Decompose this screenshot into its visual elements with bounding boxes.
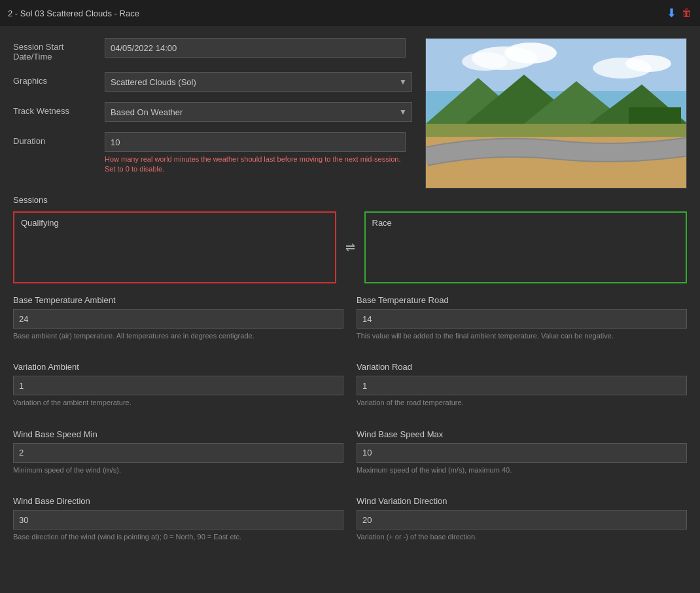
variation-road-label: Variation Road [357, 362, 687, 372]
track-wetness-wrapper: Based On Weather Dry Damp Wet ▼ [105, 102, 412, 122]
svg-rect-13 [426, 124, 687, 137]
wind-speed-min-label: Wind Base Speed Min [13, 429, 343, 439]
variation-ambient-label: Variation Ambient [13, 362, 343, 372]
base-temp-ambient-col: Base Temperature Ambient Base ambient (a… [13, 295, 343, 350]
variation-ambient-input[interactable] [13, 376, 343, 395]
duration-row: Duration How many real world minutes the… [13, 132, 412, 175]
wind-speed-min-group: Wind Base Speed Min Minimum speed of the… [13, 429, 343, 475]
track-image-svg [426, 39, 687, 189]
duration-input[interactable] [105, 132, 406, 152]
base-temp-road-label: Base Temperature Road [357, 295, 687, 305]
variation-road-col: Variation Road Variation of the road tem… [357, 362, 687, 417]
wind-speed-max-group: Wind Base Speed Max Maximum speed of the… [357, 429, 687, 475]
variation-ambient-hint: Variation of the ambient temperature. [13, 398, 343, 408]
wind-speed-max-input[interactable] [357, 443, 687, 463]
wind-direction-hint: Base direction of the wind (wind is poin… [13, 532, 343, 542]
title-bar: 2 - Sol 03 Scattered Clouds - Race ⬇ 🗑 [0, 0, 700, 26]
wind-speed-max-hint: Maximum speed of the wind (m/s), maximum… [357, 465, 687, 475]
graphics-row: Graphics Scattered Clouds (Sol) Clear Sk… [13, 72, 412, 92]
two-col-variation: Variation Ambient Variation of the ambie… [13, 362, 687, 417]
wind-variation-dir-group: Wind Variation Direction Variation (+ or… [357, 496, 687, 542]
graphics-wrapper: Scattered Clouds (Sol) Clear Sky (Sol) O… [105, 72, 412, 92]
sessions-right-list[interactable]: Race [364, 211, 688, 283]
sessions-label: Sessions [13, 195, 687, 205]
wind-variation-dir-col: Wind Variation Direction Variation (+ or… [357, 496, 687, 551]
two-col-temps: Base Temperature Ambient Base ambient (a… [13, 295, 687, 350]
base-temp-road-hint: This value will be added to the final am… [357, 331, 687, 341]
track-wetness-row: Track Wetness Based On Weather Dry Damp … [13, 102, 412, 122]
session-start-input[interactable] [105, 38, 406, 58]
track-wetness-select-wrapper: Based On Weather Dry Damp Wet ▼ [105, 102, 412, 122]
session-start-wrapper [105, 38, 412, 58]
variation-ambient-group: Variation Ambient Variation of the ambie… [13, 362, 343, 408]
title-bar-actions: ⬇ 🗑 [667, 7, 692, 19]
sessions-section: Sessions Qualifying ⇌ Race [13, 195, 687, 283]
wind-speed-min-input[interactable] [13, 443, 343, 463]
graphics-label: Graphics [13, 72, 98, 86]
base-temp-ambient-label: Base Temperature Ambient [13, 295, 343, 305]
duration-hint: How many real world minutes the weather … [105, 154, 412, 175]
wind-direction-label: Wind Base Direction [13, 496, 343, 506]
transfer-button[interactable]: ⇌ [343, 238, 358, 257]
session-item-qualifying[interactable]: Qualifying [17, 215, 332, 230]
track-wetness-select[interactable]: Based On Weather Dry Damp Wet [105, 102, 412, 122]
wind-speed-max-col: Wind Base Speed Max Maximum speed of the… [357, 429, 687, 484]
duration-wrapper: How many real world minutes the weather … [105, 132, 412, 175]
wind-speed-min-hint: Minimum speed of the wind (m/s). [13, 465, 343, 475]
base-temp-road-col: Base Temperature Road This value will be… [357, 295, 687, 350]
base-temp-road-group: Base Temperature Road This value will be… [357, 295, 687, 341]
download-button[interactable]: ⬇ [667, 7, 676, 19]
svg-point-6 [625, 55, 671, 72]
base-temp-ambient-group: Base Temperature Ambient Base ambient (a… [13, 295, 343, 341]
delete-button[interactable]: 🗑 [682, 8, 692, 18]
top-section: Session Start Date/Time Graphics Scatter… [13, 38, 687, 189]
main-content: Session Start Date/Time Graphics Scatter… [0, 26, 700, 564]
svg-point-3 [504, 43, 557, 63]
title-text: 2 - Sol 03 Scattered Clouds - Race [8, 9, 139, 18]
wind-variation-dir-label: Wind Variation Direction [357, 496, 687, 506]
variation-road-hint: Variation of the road temperature. [357, 398, 687, 408]
wind-direction-input[interactable] [13, 510, 343, 530]
base-temp-ambient-hint: Base ambient (air) temperature. All temp… [13, 331, 343, 341]
wind-speed-max-label: Wind Base Speed Max [357, 429, 687, 439]
wind-variation-dir-hint: Variation (+ or -) of the base direction… [357, 532, 687, 542]
graphics-select-wrapper: Scattered Clouds (Sol) Clear Sky (Sol) O… [105, 72, 412, 92]
session-start-label: Session Start Date/Time [13, 38, 98, 62]
track-image [425, 38, 687, 189]
variation-road-input[interactable] [357, 376, 687, 395]
graphics-select[interactable]: Scattered Clouds (Sol) Clear Sky (Sol) O… [105, 72, 412, 92]
variation-ambient-col: Variation Ambient Variation of the ambie… [13, 362, 343, 417]
wind-speed-min-col: Wind Base Speed Min Minimum speed of the… [13, 429, 343, 484]
base-temp-ambient-input[interactable] [13, 309, 343, 329]
wind-direction-group: Wind Base Direction Base direction of th… [13, 496, 343, 542]
form-section: Session Start Date/Time Graphics Scatter… [13, 38, 412, 189]
session-item-race[interactable]: Race [368, 215, 684, 230]
svg-point-4 [462, 52, 508, 71]
sessions-row: Qualifying ⇌ Race [13, 211, 687, 283]
two-col-wind-speed: Wind Base Speed Min Minimum speed of the… [13, 429, 687, 484]
duration-label: Duration [13, 132, 98, 146]
two-col-wind-dir: Wind Base Direction Base direction of th… [13, 496, 687, 551]
wind-variation-dir-input[interactable] [357, 510, 687, 530]
variation-road-group: Variation Road Variation of the road tem… [357, 362, 687, 408]
session-start-row: Session Start Date/Time [13, 38, 412, 62]
wind-direction-col: Wind Base Direction Base direction of th… [13, 496, 343, 551]
track-wetness-label: Track Wetness [13, 102, 98, 116]
base-temp-road-input[interactable] [357, 309, 687, 329]
sessions-left-list[interactable]: Qualifying [13, 211, 336, 283]
